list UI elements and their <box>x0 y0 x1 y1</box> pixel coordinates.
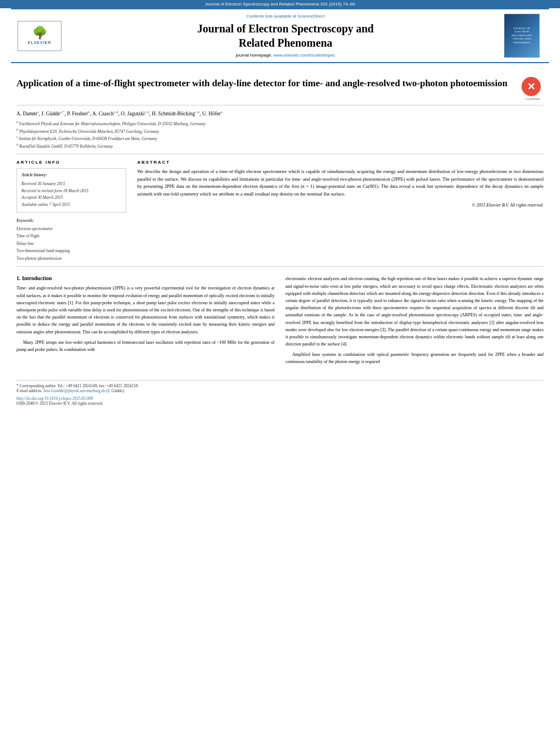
corresponding-author-note: * Corresponding author. Tel.: +49 6421 2… <box>16 383 544 388</box>
keyword-2: Time of flight <box>16 232 126 240</box>
keywords-list: Electron spectrometer Time of flight Del… <box>16 225 126 263</box>
body-para-1: Time- and angle-resolved two-photon phot… <box>16 284 275 335</box>
body-right-col: electrostatic electron analyzers and ele… <box>285 275 544 369</box>
keywords-label: Keywords: <box>16 218 126 223</box>
available-online-date: Available online 7 April 2015 <box>21 202 121 209</box>
keyword-4: Two-dimensional band mapping <box>16 247 126 255</box>
doi-line: http://dx.doi.org/10.1016/j.elspec.2015.… <box>16 396 544 401</box>
body-text-right: electrostatic electron analyzers and ele… <box>285 275 544 365</box>
journal-citation-bar: Journal of Electron Spectroscopy and Rel… <box>0 0 560 8</box>
doi-link[interactable]: http://dx.doi.org/10.1016/j.elspec.2015.… <box>16 396 93 401</box>
email-address[interactable]: Jens.Guedde@physik.uni-marburg.de <box>43 388 105 393</box>
body-para-4: Amplified laser systems in combination w… <box>285 351 544 365</box>
article-info-col: ARTICLE INFO Article history: Received 3… <box>16 160 126 262</box>
crossmark-label: CrossMark <box>522 97 544 101</box>
journal-info-center: Contents lists available at ScienceDirec… <box>67 14 504 58</box>
affiliations: a Fachbereich Physik und Zentrum für Mat… <box>16 120 544 149</box>
abstract-text: We describe the design and operation of … <box>137 168 544 198</box>
journal-homepage: journal homepage: www.elsevier.com/locat… <box>72 53 499 58</box>
authors-line: A. Damma, J. Güddea,*, P. Feulnerb, A. C… <box>16 110 544 116</box>
crossmark-icon: ✕ <box>522 77 541 96</box>
article-title: Application of a time-of-flight spectrom… <box>16 77 516 90</box>
article-title-section: Application of a time-of-flight spectrom… <box>16 77 544 105</box>
journal-cover-image: JOURNAL OFELECTRONSPECTROSCOPYAND RELATE… <box>504 14 540 58</box>
copyright-notice: © 2015 Elsevier B.V. All rights reserved… <box>137 203 544 208</box>
keyword-1: Electron spectrometer <box>16 225 126 233</box>
article-info-abstract: ARTICLE INFO Article history: Received 3… <box>16 160 544 262</box>
elsevier-tree-icon: 🌳 <box>32 27 47 39</box>
body-para-2: Many 2PPE setups use low-order optical h… <box>16 339 275 353</box>
abstract-header: ABSTRACT <box>137 160 544 165</box>
keyword-5: Two-photon photoemission <box>16 255 126 263</box>
sciencedirect-name[interactable]: ScienceDirect <box>298 14 324 19</box>
body-two-col: 1. Introduction Time- and angle-resolved… <box>16 275 544 369</box>
journal-title: Journal of Electron Spectroscopy andRela… <box>72 21 499 50</box>
received-date: Received 30 January 2015 <box>21 181 121 188</box>
body-section: 1. Introduction Time- and angle-resolved… <box>16 275 544 369</box>
sciencedirect-link: Contents lists available at ScienceDirec… <box>72 14 499 19</box>
email-person: (J. Güdde). <box>107 388 125 393</box>
section1-title: 1. Introduction <box>16 275 275 281</box>
email-note: E-mail address: Jens.Guedde@physik.uni-m… <box>16 388 544 393</box>
section-divider-2 <box>16 266 544 267</box>
crossmark-container: ✕ CrossMark <box>522 77 544 101</box>
journal-header: 🌳 ELSEVIER Contents lists available at S… <box>11 8 549 63</box>
section-divider-1 <box>16 154 544 154</box>
article-info-header: ARTICLE INFO <box>16 160 126 165</box>
footnote-section: * Corresponding author. Tel.: +49 6421 2… <box>16 380 544 406</box>
elsevier-wordmark: ELSEVIER <box>28 41 52 44</box>
body-text-left: Time- and angle-resolved two-photon phot… <box>16 284 275 353</box>
abstract-col: ABSTRACT We describe the design and oper… <box>137 160 544 262</box>
affiliation-d: d RoentDek Handels GmbH, D-65779 Kelkhei… <box>16 142 544 150</box>
received-revised-date: Received in revised form 18 March 2015 <box>21 188 121 195</box>
homepage-url[interactable]: www.elsevier.com/locate/elspec <box>273 53 335 58</box>
journal-citation-text: Journal of Electron Spectroscopy and Rel… <box>205 2 355 7</box>
keywords-section: Keywords: Electron spectrometer Time of … <box>16 218 126 263</box>
accepted-date: Accepted 30 March 2015 <box>21 194 121 202</box>
article-history-box: Article history: Received 30 January 201… <box>16 168 126 213</box>
issn-line: 0368-2048/© 2015 Elsevier B.V. All right… <box>16 401 544 406</box>
affiliation-c: c Institut für Kernphysik, Goethe-Univer… <box>16 135 544 142</box>
body-para-3: electrostatic electron analyzers and ele… <box>285 275 544 348</box>
main-content: Application of a time-of-flight spectrom… <box>0 63 560 411</box>
history-label: Article history: <box>21 172 121 179</box>
elsevier-logo-container: 🌳 ELSEVIER <box>18 21 67 51</box>
keyword-3: Delay-line <box>16 240 126 248</box>
journal-cover: JOURNAL OFELECTRONSPECTROSCOPYAND RELATE… <box>504 14 542 58</box>
body-left-col: 1. Introduction Time- and angle-resolved… <box>16 275 275 369</box>
affiliation-b: b Physikdepartment E20, Technische Unive… <box>16 127 544 135</box>
affiliation-a: a Fachbereich Physik und Zentrum für Mat… <box>16 120 544 127</box>
elsevier-logo-img: 🌳 ELSEVIER <box>18 21 61 51</box>
